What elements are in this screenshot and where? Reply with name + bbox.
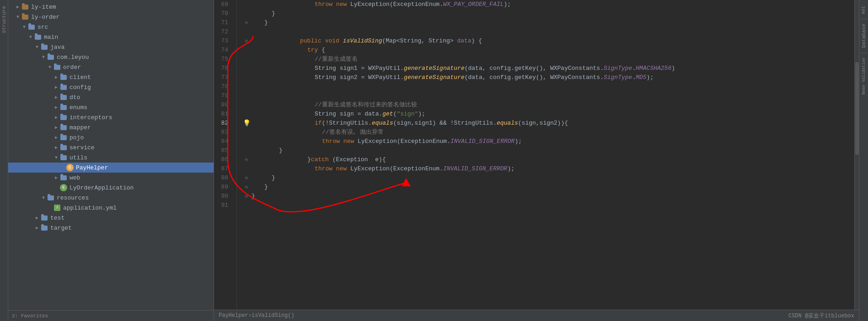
folder-icon xyxy=(59,104,68,111)
tree-arrow: ▼ xyxy=(34,45,40,50)
item-label: pojo xyxy=(70,134,84,141)
tree-arrow: ▼ xyxy=(27,35,34,40)
tree-arrow: ▶ xyxy=(53,125,59,130)
line-num-79: 79 xyxy=(214,91,232,100)
folder-icon xyxy=(59,84,68,91)
breadcrumb-method: isValidSing() xyxy=(252,312,295,319)
folder-icon xyxy=(34,33,42,41)
gutter-73: ⊖ xyxy=(241,37,252,46)
code-content[interactable]: throw new LyException(ExceptionEnum.WX_P… xyxy=(237,0,854,310)
code-line-78 xyxy=(241,82,854,91)
fold-icon-73[interactable]: ⊖ xyxy=(245,37,248,46)
structure-panel: Structure xyxy=(0,0,8,321)
folder-icon xyxy=(53,63,61,71)
sidebar-item-mapper[interactable]: ▶ mapper xyxy=(8,122,214,132)
item-label: interceptors xyxy=(70,114,113,121)
scrollbar-thumb[interactable] xyxy=(855,62,859,155)
sidebar-item-com-leyou[interactable]: ▼ com.leyou xyxy=(8,52,214,62)
sidebar-item-pojo[interactable]: ▶ pojo xyxy=(8,132,214,142)
sidebar-item-enums[interactable]: ▶ enums xyxy=(8,102,214,112)
sidebar-item-resources[interactable]: ▼ resources xyxy=(8,193,214,203)
line-num-71: 71 xyxy=(214,18,232,27)
status-bar: PayHelper › isValidSing() CSDN @蓝盒子itblu… xyxy=(214,310,859,321)
sidebar-item-java[interactable]: ▼ java xyxy=(8,42,214,52)
line-num-81: 81 xyxy=(214,110,232,119)
gutter-82: 💡 xyxy=(241,119,252,128)
folder-icon xyxy=(47,194,55,201)
sidebar-item-main[interactable]: ▼ main xyxy=(8,32,214,42)
item-label: order xyxy=(63,64,81,71)
sidebar-item-order[interactable]: ▼ order xyxy=(8,62,214,72)
sidebar-scroll[interactable]: ▶ ly-item ▼ ly-order ▼ src ▼ main xyxy=(8,0,214,310)
divider xyxy=(861,19,867,19)
fold-icon-88[interactable]: ⊖ xyxy=(245,174,248,183)
item-label: utils xyxy=(70,154,87,161)
folder-icon xyxy=(59,174,68,181)
line-num-73: 73 xyxy=(214,37,232,46)
sidebar-item-src[interactable]: ▼ src xyxy=(8,22,214,32)
right-panel: Ant Database Bean Validation xyxy=(859,0,868,321)
code-line-71: ⊖ } xyxy=(241,18,854,27)
tree-arrow: ▶ xyxy=(15,4,21,10)
item-label: web xyxy=(70,174,80,181)
tree-arrow: ▼ xyxy=(15,15,21,20)
fold-icon-71[interactable]: ⊖ xyxy=(245,18,248,27)
tree-arrow: ▶ xyxy=(53,175,59,180)
line-num-77: 77 xyxy=(214,73,232,82)
tree-arrow: ▼ xyxy=(47,65,53,70)
item-label: test xyxy=(50,215,64,221)
sidebar-item-payhelper[interactable]: C PayHelper xyxy=(8,163,214,173)
line-num-78: 78 xyxy=(214,82,232,91)
bulb-icon-82[interactable]: 💡 xyxy=(243,119,251,128)
structure-tab[interactable]: Structure xyxy=(0,2,8,37)
sidebar-item-target[interactable]: ▶ target xyxy=(8,223,214,233)
folder-icon xyxy=(21,13,29,21)
tab-ant[interactable]: Ant xyxy=(860,2,867,18)
folder-icon-blue xyxy=(40,43,48,51)
tree-arrow: ▼ xyxy=(40,195,47,200)
fold-icon-90[interactable]: ⊖ xyxy=(245,192,248,201)
sidebar-item-client[interactable]: ▶ client xyxy=(8,72,214,82)
code-line-87: throw new LyException(ExceptionEnum.INVA… xyxy=(241,164,854,174)
code-line-91 xyxy=(241,201,854,210)
gutter-89: ⊖ xyxy=(241,183,252,192)
fold-icon-86[interactable]: ⊖ xyxy=(245,155,248,164)
item-label: dto xyxy=(70,94,80,101)
folder-icon xyxy=(21,3,29,11)
vertical-scrollbar[interactable] xyxy=(854,0,859,310)
sidebar-item-ly-order[interactable]: ▼ ly-order xyxy=(8,12,214,22)
sidebar-item-interceptors[interactable]: ▶ interceptors xyxy=(8,112,214,122)
sidebar-item-config[interactable]: ▶ config xyxy=(8,82,214,92)
folder-icon xyxy=(40,224,48,232)
tree-arrow: ▶ xyxy=(53,95,59,100)
gutter-88: ⊖ xyxy=(241,174,252,183)
tree-arrow: ▶ xyxy=(53,84,59,90)
sidebar-item-service[interactable]: ▶ service xyxy=(8,142,214,153)
gutter-71: ⊖ xyxy=(241,18,252,27)
fold-icon-89[interactable]: ⊖ xyxy=(245,183,248,192)
code-line-69: throw new LyException(ExceptionEnum.WX_P… xyxy=(241,0,854,9)
tree-arrow: ▼ xyxy=(40,55,47,60)
tree-arrow: ▶ xyxy=(34,215,40,221)
editor-area: 69 70 71 72 73 74 75 76 77 78 79 80 81 8… xyxy=(214,0,859,321)
sidebar-item-lyorderapplication[interactable]: C LyOrderApplication xyxy=(8,183,214,193)
file-tree: ▶ ly-item ▼ ly-order ▼ src ▼ main xyxy=(8,0,214,321)
tab-database[interactable]: Database xyxy=(860,20,868,52)
sidebar-item-ly-item[interactable]: ▶ ly-item xyxy=(8,2,214,12)
tab-bean-validation[interactable]: Bean Validation xyxy=(861,54,867,98)
line-num-88: 88 xyxy=(214,174,232,183)
tree-arrow: ▶ xyxy=(53,105,59,110)
sidebar-item-test[interactable]: ▶ test xyxy=(8,213,214,223)
breadcrumb: PayHelper › isValidSing() xyxy=(219,312,295,319)
sidebar-item-utils[interactable]: ▼ utils xyxy=(8,153,214,163)
item-label: resources xyxy=(57,195,89,201)
sidebar-item-web[interactable]: ▶ web xyxy=(8,173,214,183)
item-label: main xyxy=(44,34,58,41)
item-label: LyOrderApplication xyxy=(70,184,134,191)
editor-content: 69 70 71 72 73 74 75 76 77 78 79 80 81 8… xyxy=(214,0,859,310)
sidebar-item-dto[interactable]: ▶ dto xyxy=(8,92,214,102)
right-status: CSDN @蓝盒子itbluebox xyxy=(788,312,854,320)
sidebar-item-application-yml[interactable]: Y application.yml xyxy=(8,203,214,213)
item-label: mapper xyxy=(70,124,91,131)
item-label: target xyxy=(50,225,72,232)
